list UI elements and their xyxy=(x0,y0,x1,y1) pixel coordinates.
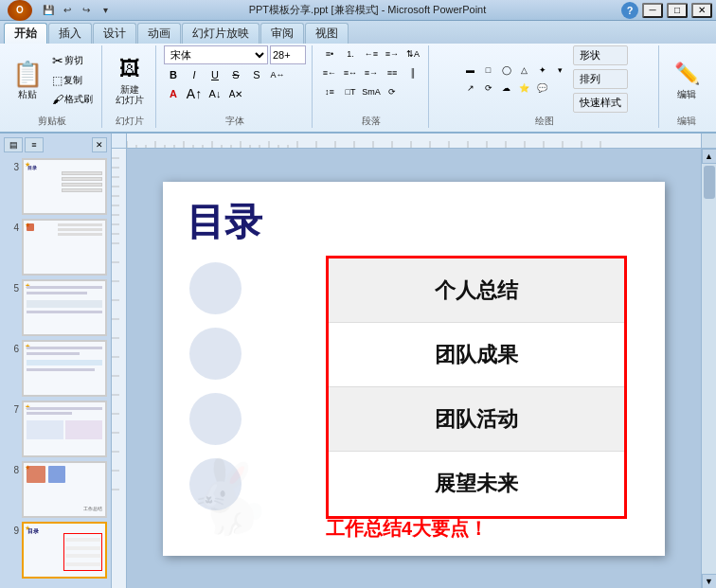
slide-thumb-5[interactable]: 5 ★ xyxy=(4,279,107,336)
strikethrough-button[interactable]: S xyxy=(226,66,245,83)
shape-6[interactable]: ↗ xyxy=(462,80,479,97)
para-controls: ≡• 1. ←≡ ≡→ ⇅A ≡← ≡↔ ≡→ ≡≡ ║ ↕≡ □T SmA xyxy=(320,45,422,100)
slide-img-9[interactable]: ★ 目录 xyxy=(22,522,107,579)
title-bar-right: ? ─ □ ✕ xyxy=(621,2,712,19)
ruler-horizontal xyxy=(127,134,701,149)
line-spacing-button[interactable]: ↕≡ xyxy=(320,83,339,100)
panel-close-button[interactable]: ✕ xyxy=(92,137,107,152)
tab-design[interactable]: 设计 xyxy=(93,23,136,44)
slide-thumb-7[interactable]: 7 ★ xyxy=(4,401,107,457)
redo-button[interactable]: ↪ xyxy=(78,3,95,18)
text-box-button[interactable]: □T xyxy=(341,83,360,100)
slide-canvas[interactable]: 目录 个人总结 团队成果 团队活动 展望未来 xyxy=(163,182,665,556)
paste-button[interactable]: 📋 粘贴 xyxy=(8,56,47,102)
convert-button[interactable]: ⟳ xyxy=(383,83,402,100)
new-slide-button[interactable]: 🖼 新建幻灯片 xyxy=(110,51,150,108)
shape-9[interactable]: ⭐ xyxy=(516,80,533,97)
shape-8[interactable]: ☁ xyxy=(498,80,515,97)
font-color-button[interactable]: A xyxy=(164,85,183,102)
slide-thumb-8[interactable]: 8 ★ 工作总结 xyxy=(4,461,107,518)
text-direction-button[interactable]: ⇅A xyxy=(403,45,422,62)
quick-style-button[interactable]: 快速样式 xyxy=(573,93,628,113)
copy-button[interactable]: ⬚ 复制 xyxy=(49,72,96,89)
tab-view[interactable]: 视图 xyxy=(305,23,349,44)
undo-button[interactable]: ↩ xyxy=(59,3,76,18)
tab-slideshow[interactable]: 幻灯片放映 xyxy=(182,23,260,44)
scroll-thumb-v[interactable] xyxy=(704,166,715,199)
slide-thumb-6[interactable]: 6 ★ xyxy=(4,340,107,397)
font-size-input[interactable] xyxy=(270,45,306,64)
arrange-button[interactable]: 排列 xyxy=(573,69,628,89)
canvas-area: 目录 个人总结 团队成果 团队活动 展望未来 xyxy=(112,134,716,588)
bold-button[interactable]: B xyxy=(164,66,183,83)
close-button[interactable]: ✕ xyxy=(691,3,712,18)
bullet-list-button[interactable]: ≡• xyxy=(320,45,339,62)
slide-num-4: 4 xyxy=(4,219,19,233)
slide-img-4[interactable]: ★ xyxy=(22,219,107,276)
shape-4[interactable]: △ xyxy=(516,62,533,79)
save-button[interactable]: 💾 xyxy=(40,3,57,18)
edit-button[interactable]: ✏️ 编辑 xyxy=(667,56,707,102)
shape-2[interactable]: □ xyxy=(480,62,497,79)
charspacing-button[interactable]: A↔ xyxy=(268,66,287,83)
shape-1[interactable]: ▬ xyxy=(462,62,479,79)
shape-7[interactable]: ⟳ xyxy=(480,80,497,97)
slides-panel[interactable]: ▤ ≡ ✕ 3 ★ 目录 4 ★ xyxy=(0,134,112,588)
underline-button[interactable]: U xyxy=(206,66,224,83)
shadow-button[interactable]: S xyxy=(247,66,266,83)
tab-animation[interactable]: 动画 xyxy=(137,23,181,44)
align-center-button[interactable]: ≡↔ xyxy=(341,64,360,81)
italic-button[interactable]: I xyxy=(185,66,204,83)
scroll-down-arrow[interactable]: ▼ xyxy=(702,574,717,588)
slide-thumb-4[interactable]: 4 ★ xyxy=(4,219,107,276)
shape-10[interactable]: 💬 xyxy=(534,80,551,97)
decrease-indent-button[interactable]: ←≡ xyxy=(362,45,381,62)
cut-button[interactable]: ✂ ✂ 剪切 xyxy=(49,51,96,70)
slide-img-3[interactable]: ★ 目录 xyxy=(22,158,107,215)
slide-thumb-9[interactable]: 9 ★ 目录 xyxy=(4,522,107,579)
scrollbar-vertical[interactable]: ▲ ▼ xyxy=(701,149,716,588)
slide-img-8[interactable]: ★ 工作总结 xyxy=(22,461,107,518)
align-left-button[interactable]: ≡← xyxy=(320,64,339,81)
minimize-button[interactable]: ─ xyxy=(642,3,663,18)
format-painter-button[interactable]: 🖌 格式刷 xyxy=(49,91,96,108)
shape-3[interactable]: ◯ xyxy=(498,62,515,79)
edit-label: 编辑 xyxy=(677,89,696,99)
font-size-down-button[interactable]: A↓ xyxy=(206,85,224,102)
slide-img-7[interactable]: ★ xyxy=(22,401,107,457)
copy-icon: ⬚ xyxy=(52,74,63,87)
number-list-button[interactable]: 1. xyxy=(341,45,360,62)
columns-button[interactable]: ║ xyxy=(403,64,422,81)
tab-insert[interactable]: 插入 xyxy=(48,23,92,44)
help-icon[interactable]: ? xyxy=(621,2,638,19)
slide-thumb-3[interactable]: 3 ★ 目录 xyxy=(4,158,107,215)
font-family-select[interactable]: 宋体 xyxy=(164,45,268,64)
increase-indent-button[interactable]: ≡→ xyxy=(383,45,402,62)
tab-review[interactable]: 审阅 xyxy=(260,23,304,44)
panel-tab-slides[interactable]: ▤ xyxy=(4,137,23,152)
paragraph-group-label: 段落 xyxy=(362,113,381,128)
shape-button[interactable]: 形状 xyxy=(573,45,628,65)
slide-content-box[interactable]: 个人总结 团队成果 团队活动 展望未来 xyxy=(326,256,627,519)
title-bar: O 💾 ↩ ↪ ▾ PPT模板分享.ppt [兼容模式] - Microsoft… xyxy=(0,0,716,21)
slide-display[interactable]: 目录 个人总结 团队成果 团队活动 展望未来 xyxy=(127,149,701,588)
slide-item-3: 团队活动 xyxy=(329,387,624,452)
tab-home[interactable]: 开始 xyxy=(4,23,47,44)
customize-button[interactable]: ▾ xyxy=(97,3,114,18)
maximize-button[interactable]: □ xyxy=(667,3,688,18)
shape-5[interactable]: ✦ xyxy=(534,62,551,79)
slide-img-6[interactable]: ★ xyxy=(22,340,107,397)
scroll-up-arrow[interactable]: ▲ xyxy=(702,149,717,164)
font-size-up-button[interactable]: A↑ xyxy=(185,85,204,102)
justify-button[interactable]: ≡≡ xyxy=(383,64,402,81)
panel-tab-outline[interactable]: ≡ xyxy=(25,137,44,152)
office-button[interactable]: O xyxy=(8,0,32,21)
smartart-button[interactable]: SmA xyxy=(362,83,381,100)
slide-watermark: 🐇 xyxy=(181,457,276,536)
align-right-button[interactable]: ≡→ xyxy=(362,64,381,81)
more-shapes-button[interactable]: ▾ xyxy=(552,62,569,79)
clear-format-button[interactable]: A✕ xyxy=(226,85,245,102)
new-slide-label: 新建幻灯片 xyxy=(116,84,144,105)
slide-img-5[interactable]: ★ xyxy=(22,279,107,336)
font-controls: 宋体 B I U S S A↔ A A↑ A↓ A✕ xyxy=(164,45,306,102)
